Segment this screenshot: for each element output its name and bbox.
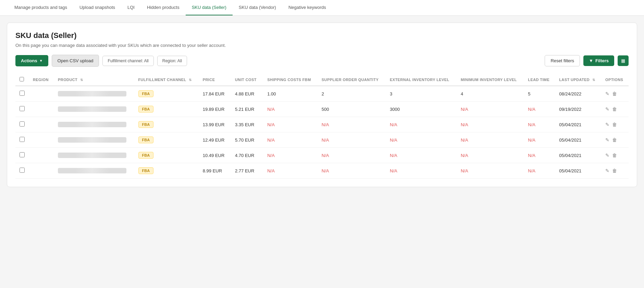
delete-icon[interactable]: 🗑	[612, 91, 617, 96]
delete-icon[interactable]: 🗑	[612, 137, 617, 143]
export-button[interactable]: ▦	[618, 55, 629, 66]
region-filter[interactable]: Region: All	[157, 56, 187, 66]
main-content: SKU data (Seller) On this page you can m…	[7, 23, 637, 187]
cell-price: 10.49 EUR	[199, 148, 231, 163]
row-checkbox[interactable]	[20, 152, 25, 157]
shipping-value: 1.00	[267, 91, 276, 96]
row-checkbox-cell	[15, 163, 29, 179]
table-row: FBA 19.89 EUR 5.21 EUR N/A 500 3000 N/A …	[15, 102, 629, 117]
delete-icon[interactable]: 🗑	[612, 168, 617, 173]
supplier-value: 500	[322, 107, 329, 112]
fba-badge: FBA	[138, 152, 154, 159]
actions-button[interactable]: Actions ▼	[15, 55, 48, 66]
delete-icon[interactable]: 🗑	[612, 106, 617, 112]
external-na: N/A	[390, 153, 397, 158]
cell-shipping: N/A	[263, 148, 318, 163]
min-na: N/A	[461, 107, 468, 112]
shipping-na: N/A	[267, 122, 275, 127]
cell-supplier-qty: 2	[318, 86, 386, 102]
cell-region	[29, 117, 54, 132]
min-na: N/A	[461, 168, 468, 173]
tab-hidden[interactable]: Hidden products	[141, 0, 186, 15]
cell-unit-cost: 5.21 EUR	[231, 102, 263, 117]
cell-lead-time: N/A	[524, 132, 555, 148]
price-value: 8.99 EUR	[203, 168, 222, 173]
select-all-checkbox[interactable]	[20, 77, 24, 81]
price-value: 13.99 EUR	[203, 122, 225, 127]
delete-icon[interactable]: 🗑	[612, 153, 617, 158]
edit-icon[interactable]: ✎	[605, 106, 609, 112]
cell-shipping: N/A	[263, 102, 318, 117]
cell-external-inv: N/A	[386, 117, 457, 132]
sort-updated-icon: ⇅	[592, 78, 595, 82]
export-icon: ▦	[621, 58, 625, 63]
product-blurred	[58, 153, 126, 158]
cell-price: 17.84 EUR	[199, 86, 231, 102]
row-checkbox[interactable]	[20, 121, 25, 127]
edit-icon[interactable]: ✎	[605, 91, 609, 96]
cell-product	[54, 148, 134, 163]
toolbar: Actions ▼ Open CSV upload Fulfillment ch…	[15, 55, 629, 67]
supplier-na: N/A	[322, 122, 329, 127]
fba-badge: FBA	[138, 106, 154, 113]
cell-product	[54, 102, 134, 117]
unit-cost-value: 5.21 EUR	[235, 107, 254, 112]
lead-na: N/A	[528, 107, 535, 112]
row-checkbox[interactable]	[20, 106, 25, 111]
cell-region	[29, 86, 54, 102]
cell-unit-cost: 2.77 EUR	[231, 163, 263, 179]
tab-negative[interactable]: Negative keywords	[282, 0, 332, 15]
row-checkbox[interactable]	[20, 137, 25, 142]
fulfillment-filter[interactable]: Fulfillment channel: All	[102, 56, 153, 66]
actions-label: Actions	[21, 58, 37, 63]
cell-lead-time: N/A	[524, 102, 555, 117]
cell-last-updated: 05/04/2021	[555, 117, 601, 132]
header-price: PRICE	[199, 74, 231, 86]
cell-supplier-qty: N/A	[318, 163, 386, 179]
cell-price: 12.49 EUR	[199, 132, 231, 148]
updated-value: 09/19/2022	[559, 107, 581, 112]
table-row: FBA 8.99 EUR 2.77 EUR N/A N/A N/A N/A N/…	[15, 163, 629, 179]
product-blurred	[58, 91, 126, 96]
row-checkbox[interactable]	[20, 168, 25, 173]
sort-fulfillment-icon: ⇅	[189, 78, 191, 82]
tab-sku-vendor[interactable]: SKU data (Vendor)	[233, 0, 282, 15]
header-unit-cost: UNIT COST	[231, 74, 263, 86]
edit-icon[interactable]: ✎	[605, 122, 609, 127]
cell-fulfillment: FBA	[134, 163, 199, 179]
tab-upload[interactable]: Upload snapshots	[73, 0, 121, 15]
header-last-updated[interactable]: LAST UPDATED ⇅	[555, 74, 601, 86]
cell-product	[54, 132, 134, 148]
cell-shipping: N/A	[263, 117, 318, 132]
row-checkbox[interactable]	[20, 91, 25, 96]
tab-sku-seller[interactable]: SKU data (Seller)	[186, 0, 233, 15]
filters-button[interactable]: ▼ Filters	[583, 55, 614, 66]
delete-icon[interactable]: 🗑	[612, 122, 617, 127]
cell-unit-cost: 4.88 EUR	[231, 86, 263, 102]
external-value: 3	[390, 91, 392, 96]
sku-table: REGION PRODUCT ⇅ FULFILLMENT CHANNEL ⇅ P…	[15, 74, 629, 179]
fba-badge: FBA	[138, 121, 154, 128]
price-value: 19.89 EUR	[203, 107, 225, 112]
header-fulfillment[interactable]: FULFILLMENT CHANNEL ⇅	[134, 74, 199, 86]
updated-value: 08/24/2022	[559, 91, 581, 96]
tab-manage[interactable]: Manage products and tags	[8, 0, 73, 15]
row-checkbox-cell	[15, 132, 29, 148]
unit-cost-value: 4.88 EUR	[235, 91, 254, 96]
edit-icon[interactable]: ✎	[605, 137, 609, 143]
unit-cost-value: 2.77 EUR	[235, 168, 254, 173]
tab-lqi[interactable]: LQI	[121, 0, 141, 15]
open-csv-button[interactable]: Open CSV upload	[52, 55, 99, 67]
cell-product	[54, 86, 134, 102]
header-lead-time: LEAD TIME	[524, 74, 555, 86]
cell-shipping: N/A	[263, 132, 318, 148]
reset-filters-button[interactable]: Reset filters	[545, 55, 580, 66]
header-product[interactable]: PRODUCT ⇅	[54, 74, 134, 86]
cell-min-inv: N/A	[457, 148, 524, 163]
edit-icon[interactable]: ✎	[605, 153, 609, 158]
navigation-tabs: Manage products and tags Upload snapshot…	[0, 0, 644, 16]
cell-region	[29, 132, 54, 148]
shipping-na: N/A	[267, 138, 275, 143]
edit-icon[interactable]: ✎	[605, 168, 609, 173]
cell-options: ✎ 🗑	[601, 132, 629, 148]
